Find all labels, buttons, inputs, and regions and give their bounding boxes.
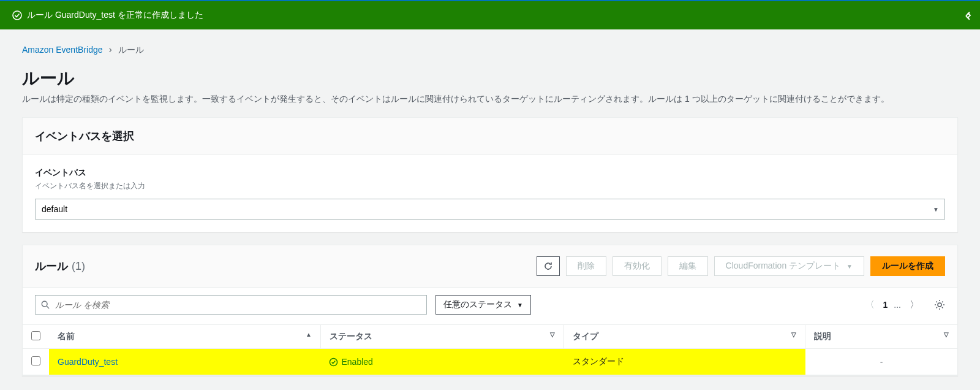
cell-name[interactable]: GuardDuty_test	[49, 349, 320, 375]
gear-icon	[934, 299, 945, 310]
sort-icon: ▽	[550, 331, 555, 338]
breadcrumb-service-link[interactable]: Amazon EventBridge	[22, 45, 103, 55]
sort-icon: ▽	[944, 331, 949, 338]
cell-status: Enabled	[320, 349, 564, 375]
rules-panel: ルール (1) 削除 有効化 編集 CloudFormation テンプレート …	[22, 245, 958, 376]
svg-point-0	[13, 11, 21, 20]
svg-point-3	[938, 303, 941, 307]
page-ellipsis: ...	[894, 300, 901, 310]
cell-description: -	[805, 349, 957, 375]
cloudformation-button[interactable]: CloudFormation テンプレート ▼	[714, 256, 864, 276]
page-next-button[interactable]: 〉	[907, 296, 922, 314]
event-bus-panel-title: イベントバスを選択	[35, 129, 945, 143]
close-icon[interactable]	[964, 12, 973, 19]
event-bus-select[interactable]: default	[35, 199, 945, 220]
breadcrumb: Amazon EventBridge › ルール	[22, 44, 958, 56]
success-flash: ルール GuardDuty_test を正常に作成しました	[0, 1, 980, 29]
breadcrumb-current: ルール	[118, 45, 144, 55]
pagination: 〈 1 ... 〉	[862, 296, 945, 314]
status-filter-dropdown[interactable]: 任意のステータス ▼	[435, 295, 531, 315]
col-name[interactable]: 名前▲	[49, 325, 320, 349]
select-all-checkbox[interactable]	[31, 331, 40, 340]
chevron-right-icon: ›	[108, 44, 111, 55]
refresh-icon	[543, 261, 553, 271]
page-number: 1	[883, 300, 888, 310]
caret-down-icon: ▼	[846, 263, 853, 270]
col-type[interactable]: タイプ▽	[564, 325, 805, 349]
col-description[interactable]: 説明▽	[805, 325, 957, 349]
refresh-button[interactable]	[537, 256, 560, 276]
event-bus-panel: イベントバスを選択 イベントバス イベントバス名を選択または入力 default…	[22, 117, 958, 232]
rules-panel-title: ルール	[35, 259, 68, 273]
sort-icon: ▽	[791, 331, 796, 338]
event-bus-field-hint: イベントバス名を選択または入力	[35, 181, 945, 191]
page-description: ルールは特定の種類のイベントを監視します。一致するイベントが発生すると、そのイベ…	[22, 94, 958, 105]
settings-button[interactable]	[934, 299, 945, 310]
row-checkbox[interactable]	[31, 356, 40, 365]
search-icon	[41, 300, 50, 309]
rules-table: 名前▲ ステータス▽ タイプ▽ 説明▽ GuardDuty_test Enabl…	[23, 324, 957, 375]
search-input[interactable]	[35, 295, 427, 315]
event-bus-field-label: イベントバス	[35, 167, 945, 178]
flash-message: ルール GuardDuty_test を正常に作成しました	[27, 10, 203, 21]
page-title: ルール	[22, 67, 958, 90]
svg-line-2	[47, 306, 49, 308]
caret-down-icon: ▼	[517, 302, 523, 308]
svg-point-1	[42, 301, 47, 307]
sort-asc-icon: ▲	[306, 331, 312, 338]
rules-count: (1)	[72, 260, 85, 273]
status-enabled-icon	[329, 358, 338, 367]
cell-type: スタンダード	[564, 349, 805, 375]
check-circle-icon	[12, 10, 22, 20]
enable-button[interactable]: 有効化	[612, 256, 662, 276]
col-status[interactable]: ステータス▽	[320, 325, 564, 349]
create-rule-button[interactable]: ルールを作成	[870, 256, 945, 276]
delete-button[interactable]: 削除	[566, 256, 606, 276]
page-prev-button[interactable]: 〈	[862, 296, 877, 314]
table-row[interactable]: GuardDuty_test Enabled スタンダード -	[23, 349, 957, 375]
edit-button[interactable]: 編集	[668, 256, 708, 276]
